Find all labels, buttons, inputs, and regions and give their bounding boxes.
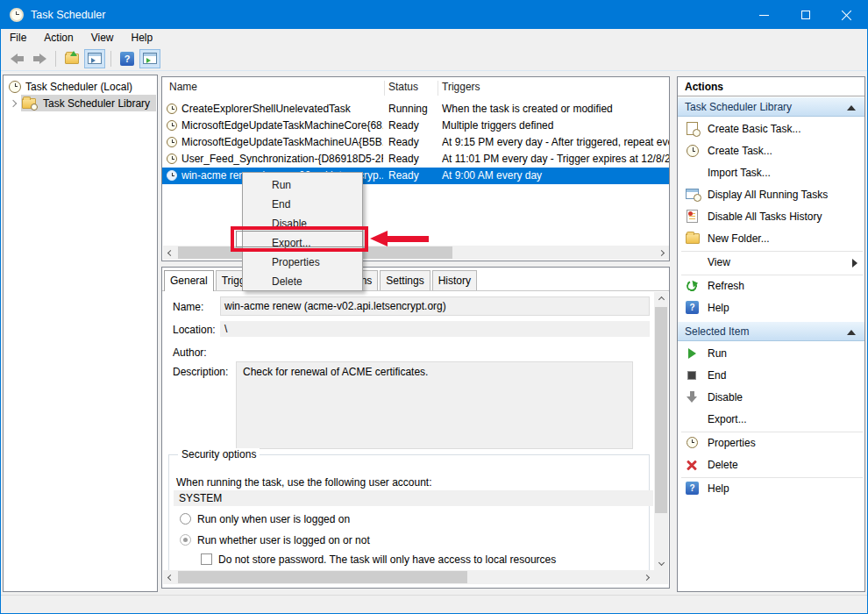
menu-view[interactable]: View (82, 30, 123, 46)
actions-panel-title: Actions (678, 77, 864, 96)
radio-run-logged-on-label: Run only when user is logged on (197, 513, 350, 525)
scrollbar-thumb[interactable] (178, 571, 467, 583)
tab-settings[interactable]: Settings (380, 270, 430, 291)
scroll-left-button[interactable] (163, 570, 176, 584)
scrollbar-thumb[interactable] (655, 307, 667, 513)
name-field[interactable]: win-acme renew (acme-v02.api.letsencrypt… (220, 296, 650, 316)
folder-up-button[interactable] (61, 49, 82, 68)
action-create-basic-task[interactable]: Create Basic Task... (678, 118, 864, 140)
context-menu-properties[interactable]: Properties (243, 253, 362, 272)
action-help-selected[interactable]: ? Help (678, 478, 864, 500)
task-clock-icon (167, 120, 177, 131)
column-separator[interactable] (384, 81, 385, 96)
collapse-arrow-icon[interactable] (847, 105, 856, 111)
table-row[interactable]: MicrosoftEdgeUpdateTaskMachineUA{B5B... … (162, 134, 669, 151)
caption-buttons (743, 1, 867, 29)
console-tree-panel: Task Scheduler (Local) Task Scheduler Li… (3, 75, 158, 592)
forward-button[interactable] (29, 49, 50, 68)
action-properties[interactable]: Properties (678, 432, 864, 454)
details-horizontal-scrollbar[interactable] (163, 570, 654, 584)
section-header-label: Selected Item (685, 325, 749, 338)
action-disable[interactable]: Disable (678, 387, 864, 409)
back-button[interactable] (6, 49, 27, 68)
action-refresh[interactable]: Refresh (678, 275, 864, 297)
maximize-button[interactable] (785, 1, 826, 29)
action-display-all-running-tasks[interactable]: Display All Running Tasks (678, 184, 864, 206)
task-details-panel: General Triggers Actions Conditions Sett… (161, 267, 670, 589)
annotation-highlight-box (231, 226, 368, 252)
console-tree-icon (88, 53, 102, 64)
scroll-right-button[interactable] (641, 570, 654, 584)
action-end[interactable]: End (678, 365, 864, 387)
action-help-library[interactable]: ? Help (678, 297, 864, 319)
tab-general[interactable]: General (164, 270, 214, 291)
account-value: SYSTEM (174, 490, 653, 506)
column-header-name[interactable]: Name (169, 81, 197, 93)
task-triggers: At 9:00 AM every day (442, 169, 669, 182)
menu-file[interactable]: File (1, 30, 35, 46)
action-run[interactable]: Run (678, 343, 864, 365)
help-icon: ? (685, 301, 701, 315)
task-status: Ready (388, 169, 419, 182)
table-row[interactable]: CreateExplorerShellUnelevatedTask Runnin… (162, 101, 669, 118)
minimize-button[interactable] (743, 1, 785, 29)
context-menu-delete[interactable]: Delete (243, 272, 362, 291)
task-list-header: Name Status Triggers (162, 77, 669, 99)
section-header-selected-item[interactable]: Selected Item (678, 321, 864, 341)
table-row-selected[interactable]: win-acme renew (acme-v02.api.letsencryp.… (162, 168, 669, 184)
create-task-icon (685, 144, 701, 158)
details-vertical-scrollbar[interactable] (654, 292, 668, 570)
submenu-arrow-icon (852, 259, 857, 268)
context-menu-run[interactable]: Run (243, 175, 362, 195)
new-folder-icon (685, 232, 701, 246)
scroll-up-button[interactable] (654, 292, 668, 305)
description-field[interactable]: Check for renewal of ACME certificates. (236, 361, 633, 449)
radio-run-whether[interactable] (180, 534, 191, 546)
action-disable-all-tasks-history[interactable]: Disable All Tasks History (678, 206, 864, 228)
action-export[interactable]: Export... (678, 409, 864, 431)
action-import-task[interactable]: Import Task... (678, 162, 864, 184)
annotation-arrow-shaft (387, 236, 429, 242)
action-new-folder[interactable]: New Folder... (678, 228, 864, 250)
task-name: MicrosoftEdgeUpdateTaskMachineUA{B5B... (181, 136, 383, 148)
tree-item-task-scheduler-library[interactable]: Task Scheduler Library (4, 95, 157, 111)
back-icon (11, 54, 24, 64)
collapse-arrow-icon[interactable] (847, 330, 856, 335)
scroll-down-button[interactable] (654, 557, 668, 570)
close-button[interactable] (826, 1, 867, 29)
checkbox-no-password[interactable] (201, 553, 212, 565)
radio-run-logged-on[interactable] (180, 513, 191, 525)
expand-chevron-icon[interactable] (10, 99, 17, 106)
column-header-status[interactable]: Status (388, 81, 418, 93)
action-delete[interactable]: Delete (678, 454, 864, 476)
action-create-task[interactable]: Create Task... (678, 140, 864, 162)
task-name: User_Feed_Synchronization-{D86918D5-2F..… (181, 153, 383, 165)
show-action-pane-button[interactable] (139, 49, 160, 68)
location-value: \ (220, 321, 650, 337)
section-header-library[interactable]: Task Scheduler Library (678, 96, 864, 117)
column-header-triggers[interactable]: Triggers (442, 81, 480, 93)
menu-action[interactable]: Action (35, 30, 82, 46)
help-icon: ? (685, 482, 701, 496)
annotation-arrow-icon (370, 231, 388, 246)
table-row[interactable]: MicrosoftEdgeUpdateTaskMachineCore{68...… (162, 118, 669, 134)
context-menu-end[interactable]: End (243, 195, 362, 214)
tasks-history-icon (685, 210, 701, 224)
forward-icon (33, 54, 46, 64)
task-name: MicrosoftEdgeUpdateTaskMachineCore{68... (181, 119, 383, 132)
scroll-right-button[interactable] (656, 246, 669, 260)
menu-help[interactable]: Help (123, 30, 162, 46)
column-separator[interactable] (438, 81, 438, 96)
tree-item-task-scheduler-local[interactable]: Task Scheduler (Local) (4, 78, 157, 95)
toolbar-help-button[interactable]: ? (117, 49, 138, 68)
security-options-legend: Security options (178, 448, 260, 460)
chevron-left-icon (167, 249, 174, 255)
account-prompt: When running the task, use the following… (176, 476, 432, 489)
task-triggers: At 9:15 PM every day - After triggered, … (442, 136, 669, 148)
task-clock-icon (167, 154, 177, 164)
scroll-left-button[interactable] (163, 246, 176, 260)
show-console-tree-button[interactable] (84, 49, 105, 68)
action-view[interactable]: View (678, 252, 864, 274)
table-row[interactable]: User_Feed_Synchronization-{D86918D5-2F..… (162, 151, 669, 168)
tab-history[interactable]: History (432, 270, 477, 291)
